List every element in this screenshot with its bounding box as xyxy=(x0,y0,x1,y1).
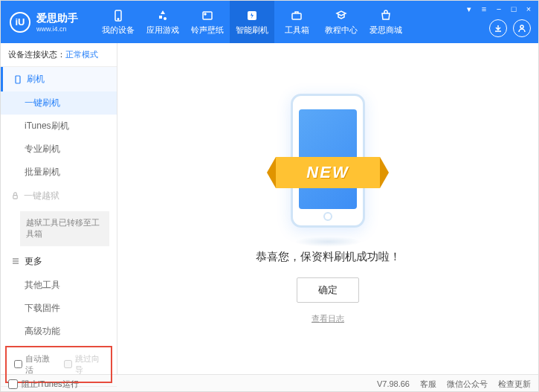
version-label: V7.98.66 xyxy=(377,379,410,388)
sidebar-section-jailbreak[interactable]: 一键越狱 xyxy=(1,184,117,208)
svg-rect-5 xyxy=(292,13,301,19)
menu-icon[interactable]: ▾ xyxy=(464,4,474,14)
device-status: 设备连接状态：正常模式 xyxy=(1,43,117,67)
close-icon[interactable]: × xyxy=(523,4,534,14)
nav-store[interactable]: 爱思商城 xyxy=(364,1,408,43)
nav-my-device[interactable]: 我的设备 xyxy=(96,1,141,43)
main-nav: 我的设备 应用游戏 铃声壁纸 智能刷机 工具箱 教程中心 爱思商城 xyxy=(96,1,408,43)
svg-point-3 xyxy=(204,13,206,15)
toolbox-icon xyxy=(290,9,303,22)
nav-ringtones[interactable]: 铃声壁纸 xyxy=(185,1,230,43)
nav-apps[interactable]: 应用游戏 xyxy=(141,1,185,43)
view-log-link[interactable]: 查看日志 xyxy=(312,313,344,324)
footer-left: 阻止iTunes运行 xyxy=(8,379,79,390)
nav-flash[interactable]: 智能刷机 xyxy=(230,1,274,43)
options-icon[interactable]: ≡ xyxy=(479,4,489,14)
app-title: 爱思助手 xyxy=(36,12,78,25)
footer-link-update[interactable]: 检查更新 xyxy=(498,379,531,390)
footer-link-support[interactable]: 客服 xyxy=(420,379,436,390)
svg-rect-7 xyxy=(16,76,20,83)
svg-point-6 xyxy=(520,25,523,28)
auto-activate-input[interactable] xyxy=(14,360,22,368)
svg-point-1 xyxy=(117,18,119,19)
activation-options: 自动激活 跳过向导 xyxy=(5,346,112,383)
main-content: NEW 恭喜您，保资料刷机成功啦！ 确定 查看日志 xyxy=(117,43,538,374)
sidebar-item-oneclick-flash[interactable]: 一键刷机 xyxy=(1,91,117,115)
sidebar-item-batch-flash[interactable]: 批量刷机 xyxy=(1,161,117,184)
success-message: 恭喜您，保资料刷机成功啦！ xyxy=(256,250,401,264)
nav-tutorials[interactable]: 教程中心 xyxy=(319,1,364,43)
sidebar-section-flash[interactable]: 刷机 xyxy=(1,67,117,91)
lock-icon xyxy=(11,192,19,200)
block-itunes-checkbox[interactable] xyxy=(8,379,18,389)
header-actions xyxy=(489,19,531,37)
more-icon xyxy=(11,257,20,266)
success-illustration: NEW xyxy=(283,94,372,235)
apps-icon xyxy=(156,9,170,22)
skip-guide-input[interactable] xyxy=(64,360,72,368)
phone-icon xyxy=(112,9,125,22)
new-banner: NEW xyxy=(276,157,380,188)
checkbox-auto-activate[interactable]: 自动激活 xyxy=(14,353,54,376)
wallpaper-icon xyxy=(201,9,214,22)
store-icon xyxy=(379,9,393,22)
flash-section-icon xyxy=(13,75,22,84)
app-header: iU 爱思助手 www.i4.cn 我的设备 应用游戏 铃声壁纸 智能刷机 工具… xyxy=(1,1,538,43)
nav-toolbox[interactable]: 工具箱 xyxy=(274,1,319,43)
logo-icon: iU xyxy=(10,12,30,33)
body-area: 设备连接状态：正常模式 刷机 一键刷机 iTunes刷机 专业刷机 批量刷机 一… xyxy=(1,43,538,374)
tutorial-icon xyxy=(335,9,348,22)
flash-icon xyxy=(245,9,259,22)
svg-rect-8 xyxy=(13,196,18,199)
minimize-icon[interactable]: − xyxy=(494,4,504,14)
app-url: www.i4.cn xyxy=(36,25,78,33)
block-itunes-label: 阻止iTunes运行 xyxy=(22,379,79,390)
checkbox-skip-guide[interactable]: 跳过向导 xyxy=(64,353,103,376)
user-button[interactable] xyxy=(513,19,531,37)
sidebar-item-pro-flash[interactable]: 专业刷机 xyxy=(1,138,117,161)
confirm-button[interactable]: 确定 xyxy=(297,277,359,303)
maximize-icon[interactable]: □ xyxy=(509,4,519,14)
svg-rect-2 xyxy=(203,12,212,19)
window-controls: ▾ ≡ − □ × xyxy=(464,4,534,14)
sidebar-item-advanced[interactable]: 高级功能 xyxy=(1,320,117,343)
sidebar-section-more[interactable]: 更多 xyxy=(1,249,117,274)
logo-area: iU 爱思助手 www.i4.cn xyxy=(1,12,87,33)
sidebar-jailbreak-note: 越狱工具已转移至工具箱 xyxy=(20,211,109,246)
download-button[interactable] xyxy=(489,19,507,37)
sidebar: 设备连接状态：正常模式 刷机 一键刷机 iTunes刷机 专业刷机 批量刷机 一… xyxy=(1,43,117,374)
sidebar-item-other-tools[interactable]: 其他工具 xyxy=(1,274,117,297)
sidebar-item-itunes-flash[interactable]: iTunes刷机 xyxy=(1,115,117,138)
footer-right: V7.98.66 客服 微信公众号 检查更新 xyxy=(377,379,531,390)
footer-link-wechat[interactable]: 微信公众号 xyxy=(447,379,488,390)
sidebar-item-download-firmware[interactable]: 下载固件 xyxy=(1,297,117,320)
